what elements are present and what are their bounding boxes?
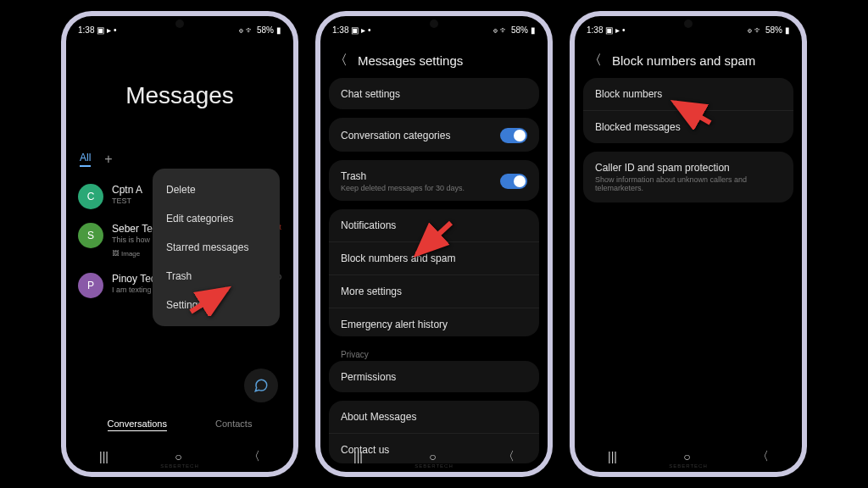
toggle-switch[interactable] (500, 174, 527, 189)
compose-fab[interactable] (244, 369, 278, 402)
row-about[interactable]: About Messages (329, 401, 539, 434)
avatar: P (78, 273, 103, 298)
context-menu: Delete Edit categories Starred messages … (153, 169, 280, 326)
nav-recents[interactable]: ||| (99, 450, 108, 463)
toggle-switch[interactable] (500, 128, 527, 143)
phone-1: 1:38 ▣ ▸ • ⊝ ᯤ 58% ▮ Messages All + C Cp… (61, 11, 298, 477)
avatar: S (78, 223, 103, 248)
tab-contacts[interactable]: Contacts (215, 419, 252, 431)
row-notifications[interactable]: Notifications (329, 209, 539, 242)
camera-notch (430, 19, 438, 28)
battery-icon: ▮ (276, 25, 281, 35)
back-icon[interactable]: 〈 (334, 52, 348, 69)
status-icon: ▣ ▸ • (97, 25, 116, 35)
tab-conversations[interactable]: Conversations (108, 419, 167, 431)
row-caller-id[interactable]: Caller ID and spam protectionShow inform… (583, 152, 793, 202)
nav-back[interactable]: 〈 (503, 449, 515, 464)
nav-recents[interactable]: ||| (608, 450, 617, 463)
watermark: SEBERTECH (415, 463, 453, 469)
avatar: C (78, 184, 103, 209)
menu-delete[interactable]: Delete (153, 175, 280, 204)
menu-settings[interactable]: Settings (153, 291, 280, 319)
row-chat-settings[interactable]: Chat settings (329, 78, 539, 109)
page-title: Block numbers and spam (612, 53, 755, 68)
phone-2: 1:38▣ ▸ • ⊝ ᯤ58%▮ 〈 Messages settings Ch… (315, 11, 553, 477)
watermark: SEBERTECH (669, 463, 708, 469)
row-trash[interactable]: TrashKeep deleted messages for 30 days. (329, 160, 539, 201)
page-title: Messages (75, 82, 285, 109)
wifi-icon: ⊝ ᯤ (239, 25, 254, 35)
row-more-settings[interactable]: More settings (329, 275, 539, 308)
row-block-numbers[interactable]: Block numbers (583, 78, 793, 111)
nav-home[interactable]: ○ (429, 450, 436, 463)
nav-home[interactable]: ○ (175, 450, 181, 463)
menu-starred[interactable]: Starred messages (153, 233, 280, 262)
row-emergency[interactable]: Emergency alert history (329, 308, 539, 336)
watermark: SEBERTECH (160, 463, 199, 469)
nav-back[interactable]: 〈 (248, 449, 260, 464)
tab-all[interactable]: All (80, 152, 91, 167)
nav-back[interactable]: 〈 (757, 449, 769, 464)
tab-add-icon[interactable]: + (104, 152, 112, 167)
menu-trash[interactable]: Trash (153, 262, 280, 291)
clock: 1:38 (78, 25, 94, 35)
row-conv-categories[interactable]: Conversation categories (329, 118, 539, 152)
section-privacy: Privacy (329, 345, 539, 361)
row-block-spam[interactable]: Block numbers and spam (329, 242, 539, 275)
menu-edit-categories[interactable]: Edit categories (153, 204, 280, 233)
phone-3: 1:38▣ ▸ • ⊝ ᯤ58%▮ 〈 Block numbers and sp… (570, 11, 807, 477)
back-icon[interactable]: 〈 (588, 52, 602, 69)
nav-recents[interactable]: ||| (353, 450, 363, 463)
battery: 58% (257, 25, 274, 35)
row-permissions[interactable]: Permissions (329, 361, 539, 392)
camera-notch (684, 19, 693, 28)
image-icon: 🖼 (112, 250, 119, 258)
nav-home[interactable]: ○ (683, 450, 690, 463)
chat-icon (253, 378, 269, 393)
row-blocked-messages[interactable]: Blocked messages (583, 111, 793, 143)
camera-notch (175, 19, 184, 28)
page-title: Messages settings (358, 53, 463, 68)
